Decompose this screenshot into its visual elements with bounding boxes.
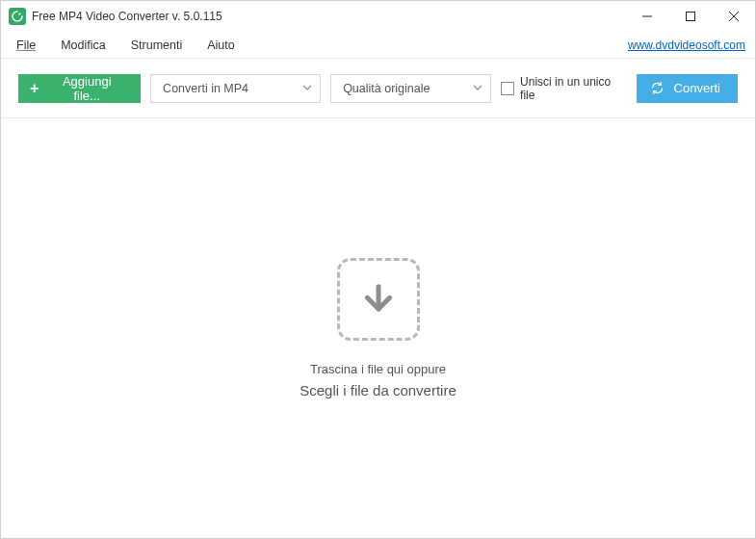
refresh-icon (650, 81, 665, 95)
merge-checkbox[interactable]: Unisci in un unico file (501, 75, 626, 102)
convert-button[interactable]: Converti (637, 74, 738, 103)
website-link[interactable]: www.dvdvideosoft.com (628, 38, 745, 52)
window-controls (625, 1, 755, 32)
drop-hint-line1: Trascina i file qui oppure (310, 362, 446, 376)
add-file-label: Aggiungi file... (48, 74, 125, 103)
merge-label: Unisci in un unico file (520, 75, 626, 102)
titlebar: Free MP4 Video Converter v. 5.0.115 (1, 1, 755, 32)
convert-label: Converti (674, 81, 720, 95)
app-icon (9, 8, 26, 25)
toolbar: + Aggiungi file... Converti in MP4 Quali… (1, 59, 755, 118)
drop-hint-line2: Scegli i file da convertire (300, 382, 456, 398)
minimize-button[interactable] (625, 1, 668, 32)
quality-select-value: Qualità originale (343, 82, 430, 95)
add-file-button[interactable]: + Aggiungi file... (18, 74, 141, 103)
drop-area[interactable]: Trascina i file qui oppure Scegli i file… (1, 118, 755, 538)
checkbox-box-icon (501, 82, 514, 95)
format-select-value: Converti in MP4 (163, 82, 248, 95)
chevron-down-icon (302, 82, 312, 95)
quality-select[interactable]: Qualità originale (330, 74, 491, 103)
window-title: Free MP4 Video Converter v. 5.0.115 (32, 10, 625, 23)
svg-rect-1 (686, 13, 694, 21)
maximize-button[interactable] (668, 1, 712, 32)
menu-aiuto[interactable]: Aiuto (207, 38, 235, 52)
chevron-down-icon (473, 82, 482, 95)
menu-strumenti[interactable]: Strumenti (131, 38, 183, 52)
format-select[interactable]: Converti in MP4 (150, 74, 321, 103)
plus-icon: + (30, 80, 39, 97)
menu-modifica[interactable]: Modifica (61, 38, 106, 52)
menu-file[interactable]: File (16, 38, 36, 52)
menubar: File Modifica Strumenti Aiuto www.dvdvid… (1, 32, 755, 59)
drop-target-icon (337, 258, 420, 341)
close-button[interactable] (712, 1, 755, 32)
